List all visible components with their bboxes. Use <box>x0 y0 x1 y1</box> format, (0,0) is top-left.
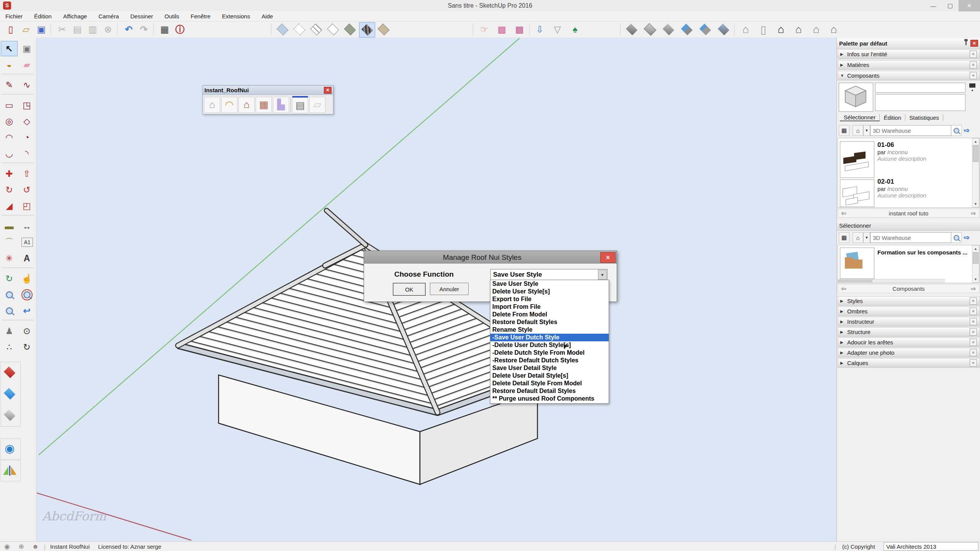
component-item[interactable]: 01-06 par Inconnu Aucune description <box>877 141 926 162</box>
option-restore-default-detail-styles[interactable]: Restore Default Detail Styles <box>490 387 609 395</box>
save-icon[interactable]: ▣ <box>34 22 49 37</box>
roofnui-materials-icon[interactable]: ▦ <box>256 97 272 113</box>
shaded-textures-style-icon[interactable] <box>359 22 375 37</box>
option-save-user-detail-style[interactable]: Save User Detail Style <box>490 364 609 372</box>
make-component-tool-icon[interactable]: ▣ <box>19 41 35 56</box>
cancel-button[interactable]: Annuler <box>430 283 469 295</box>
tray-header[interactable]: Palette par défaut ✕ <box>837 38 980 49</box>
aperture-icon[interactable]: ◉ <box>2 441 18 455</box>
circle-tool-icon[interactable]: ◎ <box>1 114 17 129</box>
redo-icon[interactable]: ↷ <box>136 22 152 37</box>
rotate-tool-icon[interactable]: ↻ <box>1 183 17 197</box>
model-info-icon[interactable]: ⓘ <box>172 22 188 37</box>
tab-edition[interactable]: Édition <box>880 114 905 121</box>
nav-back-icon[interactable]: ⇦ <box>841 210 846 217</box>
roofnui-styles-icon[interactable]: ▤ <box>292 96 308 113</box>
option-delete-user-detail-style[interactable]: Delete User Detail Style[s] <box>490 372 609 380</box>
3d-text-tool-icon[interactable]: A <box>19 251 35 266</box>
cut-icon[interactable]: ✂ <box>54 22 70 37</box>
view-options-icon[interactable]: ▦ <box>839 125 849 136</box>
sign-in-icon[interactable]: ☻ <box>31 543 39 551</box>
push-pull-tool-icon[interactable]: ⇧ <box>19 166 35 181</box>
copy-icon[interactable]: ▤ <box>70 22 85 37</box>
section-gray-cube-icon[interactable] <box>2 408 18 422</box>
cube-view-1-icon[interactable] <box>624 22 639 37</box>
instant-house-outline-icon[interactable]: ⌂ <box>808 22 824 37</box>
undo-icon[interactable]: ↶ <box>121 22 136 37</box>
offset-tool-icon[interactable]: ◰ <box>19 199 35 213</box>
hidden-line-style-icon[interactable] <box>325 22 341 37</box>
components-close-icon[interactable]: ✕ <box>970 72 977 79</box>
component-name-field[interactable] <box>875 83 965 93</box>
wireframe-style-icon[interactable] <box>309 22 324 37</box>
dialog-title-bar[interactable]: Manage Roof Nui Styles ✕ <box>364 251 617 264</box>
secondary-select-header[interactable]: Sélectionner <box>837 220 980 231</box>
arc3-tool-icon[interactable]: ◝ <box>19 146 35 161</box>
hand-select-icon[interactable]: ☞ <box>477 22 492 37</box>
menu-affichage[interactable]: Affichage <box>63 13 87 20</box>
ok-button[interactable]: OK <box>393 283 426 296</box>
section-blue-cube-icon[interactable] <box>2 386 18 401</box>
cube-view-4-icon[interactable] <box>679 22 694 37</box>
select-tool-icon[interactable]: ↖ <box>1 41 17 56</box>
horizontal-scrollbar[interactable] <box>838 279 945 283</box>
menu-fichier[interactable]: Fichier <box>5 13 23 20</box>
tab-statistiques[interactable]: Statistiques <box>905 114 943 121</box>
menu-fenetre[interactable]: Fenêtre <box>191 13 211 20</box>
option-delete-from-model[interactable]: Delete From Model <box>490 311 609 318</box>
folder-thumbnail[interactable] <box>840 248 874 279</box>
pie-tool-icon[interactable]: ◔ <box>19 130 35 145</box>
instant-roof-house-icon[interactable]: ⌂ <box>738 22 753 37</box>
roofnui-hip-icon[interactable]: ⌂ <box>238 97 255 113</box>
back-edges-style-icon[interactable] <box>292 22 307 37</box>
components-section[interactable]: ▼ Composants ✕ <box>838 71 980 80</box>
materials-section[interactable]: ▶ Matières ✕ <box>838 60 980 70</box>
turn-tool-icon[interactable]: ↻ <box>19 340 35 354</box>
scroll-down-icon[interactable]: ▼ <box>972 201 979 207</box>
restore-button[interactable]: ▢ <box>942 0 959 11</box>
walk-tool-icon[interactable]: ∴ <box>1 340 17 354</box>
roofnui-detail-icon[interactable]: ▱ <box>309 97 325 113</box>
roofnui-curved-icon[interactable]: ◠ <box>221 97 237 113</box>
collections-dropdown-icon[interactable]: ▼ <box>863 125 870 136</box>
nav-forward-icon[interactable]: ⇨ <box>971 210 976 217</box>
calques-section[interactable]: ▶ Calques ✕ <box>838 358 980 368</box>
instant-house-black-icon[interactable]: ⌂ <box>773 22 789 37</box>
list-scrollbar[interactable]: ▲ ▼ <box>972 245 979 283</box>
option-rename-style[interactable]: Rename Style <box>490 326 609 334</box>
details-arrow-icon[interactable]: ⇨ <box>962 233 972 243</box>
nav-forward-icon[interactable]: ⇨ <box>971 285 976 292</box>
option-import-from-file[interactable]: Import From File <box>490 303 609 311</box>
ombres-close-icon[interactable]: ✕ <box>970 308 977 315</box>
option-save-user-style[interactable]: Save User Style <box>490 280 609 288</box>
menu-edition[interactable]: Édition <box>34 13 52 20</box>
view-options-icon[interactable]: ▦ <box>839 232 849 243</box>
roof-tool-b-icon[interactable]: ▩ <box>512 22 527 37</box>
geolocation-icon[interactable]: ◉ <box>3 543 11 551</box>
option-delete-detail-style-from-model[interactable]: Delete Detail Style From Model <box>490 380 609 387</box>
collection-item-name[interactable]: Formation sur les composants ... <box>877 249 967 256</box>
print-icon[interactable]: ▦ <box>157 22 172 37</box>
follow-me-tool-icon[interactable]: ↺ <box>19 183 35 197</box>
roof-tool-a-icon[interactable]: ▩ <box>494 22 510 37</box>
roofnui-plan-icon[interactable]: ▙ <box>273 97 289 113</box>
line-tool-icon[interactable]: ✎ <box>1 78 17 92</box>
menu-camera[interactable]: Caméra <box>98 13 119 20</box>
tab-selectionner[interactable]: Sélectionner <box>840 114 880 121</box>
terrain-drop-icon[interactable]: ⇩ <box>532 22 547 37</box>
adapter-photo-close-icon[interactable]: ✕ <box>970 349 977 356</box>
option-delete-user-style[interactable]: Delete User Style[s] <box>490 288 609 295</box>
tree-drop-icon[interactable]: ♠ <box>567 22 583 37</box>
home-icon[interactable]: ⌂ <box>853 125 863 136</box>
xray-style-icon[interactable] <box>275 22 290 37</box>
text-tool-icon[interactable]: A1 <box>21 238 33 247</box>
paste-icon[interactable]: ▥ <box>85 22 100 37</box>
search-icon[interactable] <box>951 125 962 136</box>
instant-house-chimney-icon[interactable]: ⌂ <box>791 22 806 37</box>
position-camera-tool-icon[interactable]: ♟ <box>1 324 17 338</box>
measurement-box[interactable] <box>884 542 978 551</box>
zoom-window-tool-icon[interactable] <box>19 287 35 302</box>
scroll-up-icon[interactable]: ▲ <box>972 246 979 252</box>
tray-close-icon[interactable]: ✕ <box>970 40 978 47</box>
warehouse-search-input-2[interactable] <box>870 232 951 243</box>
